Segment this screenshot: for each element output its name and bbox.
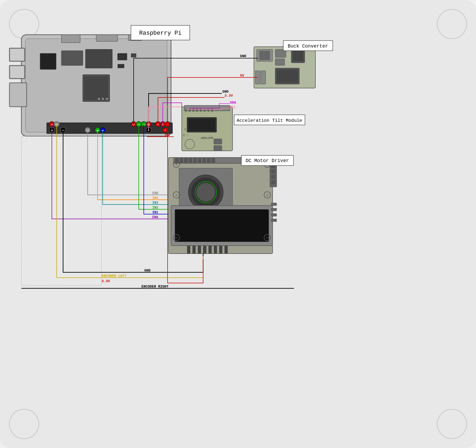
svg-rect-85 <box>188 119 215 131</box>
svg-text:GND: GND <box>240 54 246 58</box>
svg-rect-140 <box>271 219 277 222</box>
svg-rect-71 <box>261 71 266 84</box>
svg-text:⊕: ⊕ <box>266 236 268 239</box>
svg-rect-139 <box>271 214 277 216</box>
svg-text:INT: INT <box>200 108 202 112</box>
svg-rect-10 <box>10 66 24 78</box>
svg-text:IN2: IN2 <box>152 206 158 210</box>
svg-text:SDA: SDA <box>188 108 191 112</box>
svg-text:IN3: IN3 <box>152 201 158 205</box>
svg-rect-125 <box>187 246 190 254</box>
svg-rect-13 <box>61 35 80 43</box>
svg-point-108 <box>196 183 215 202</box>
svg-rect-129 <box>208 246 212 254</box>
svg-rect-100 <box>193 158 197 163</box>
svg-rect-20 <box>84 76 108 100</box>
svg-rect-16 <box>40 53 56 69</box>
svg-text:IN4: IN4 <box>152 196 158 200</box>
svg-text:SDA: SDA <box>230 101 236 105</box>
svg-text:VCC: VCC <box>207 108 210 112</box>
svg-rect-131 <box>219 246 222 254</box>
svg-rect-124 <box>175 210 269 242</box>
svg-rect-27 <box>47 123 172 133</box>
svg-text:ENCODER LEFT: ENCODER LEFT <box>102 274 127 278</box>
svg-text:Z ↑: Z ↑ <box>183 134 188 137</box>
svg-text:CS: CS <box>203 109 206 112</box>
svg-text:X ←: X ← <box>184 128 190 131</box>
svg-rect-104 <box>211 158 215 163</box>
svg-rect-128 <box>203 246 206 254</box>
svg-rect-14 <box>96 35 118 41</box>
svg-text:IN1: IN1 <box>152 211 158 214</box>
svg-rect-65 <box>275 59 285 65</box>
svg-rect-23 <box>118 64 124 68</box>
svg-rect-122 <box>271 180 275 184</box>
svg-rect-127 <box>198 246 201 254</box>
svg-rect-138 <box>271 208 277 211</box>
svg-rect-98 <box>184 158 188 163</box>
svg-text:⊕: ⊕ <box>176 194 177 197</box>
main-container: 1 3 5 11 13 15 17 4 6 16 18 22 <box>0 0 476 448</box>
svg-text:ENB: ENB <box>152 191 158 195</box>
svg-rect-99 <box>189 158 192 163</box>
svg-rect-18 <box>86 49 112 68</box>
svg-text:3.3V: 3.3V <box>225 94 233 98</box>
svg-text:GND: GND <box>222 90 229 94</box>
svg-text:3.3V: 3.3V <box>102 279 110 283</box>
svg-text:GND: GND <box>144 269 151 273</box>
svg-text:⊕: ⊕ <box>176 163 177 166</box>
svg-rect-121 <box>271 175 275 179</box>
svg-rect-137 <box>271 203 277 206</box>
svg-rect-126 <box>192 246 196 254</box>
svg-rect-69 <box>277 69 298 83</box>
svg-text:SCL: SCL <box>185 108 187 112</box>
svg-text:ADXL345: ADXL345 <box>201 136 213 140</box>
svg-text:ENCODER RIGHT: ENCODER RIGHT <box>141 285 169 289</box>
svg-rect-21 <box>118 53 127 60</box>
svg-text:Buck Converter: Buck Converter <box>288 44 328 49</box>
svg-text:DC Motor Driver: DC Motor Driver <box>246 158 289 163</box>
svg-text:⊕: ⊕ <box>266 194 268 197</box>
svg-rect-17 <box>61 51 83 65</box>
svg-rect-91 <box>214 146 222 151</box>
svg-rect-97 <box>180 158 183 163</box>
svg-rect-22 <box>131 53 136 57</box>
svg-text:⊕: ⊕ <box>176 236 177 239</box>
svg-rect-120 <box>271 170 275 174</box>
svg-point-26 <box>106 98 108 100</box>
svg-rect-67 <box>293 51 303 61</box>
svg-text:INT: INT <box>196 108 198 112</box>
circuit-diagram: 1 3 5 11 13 15 17 4 6 16 18 22 <box>0 0 476 448</box>
svg-text:GND: GND <box>211 108 213 112</box>
raspberry-pi-label: Raspberry Pi <box>139 30 181 37</box>
svg-rect-96 <box>175 158 179 163</box>
svg-rect-90 <box>214 139 222 144</box>
svg-text:Acceleration Tilt Module: Acceleration Tilt Module <box>237 118 302 123</box>
svg-text:ENA: ENA <box>152 215 158 219</box>
svg-rect-63 <box>259 51 270 60</box>
svg-rect-101 <box>198 158 202 163</box>
svg-text:SCL: SCL <box>230 105 236 109</box>
svg-rect-12 <box>10 84 26 106</box>
svg-rect-130 <box>214 246 217 254</box>
svg-point-24 <box>98 98 100 100</box>
svg-text:5V: 5V <box>240 74 244 78</box>
svg-rect-132 <box>225 246 228 254</box>
svg-rect-103 <box>207 158 211 163</box>
svg-text:SDO: SDO <box>192 108 195 112</box>
svg-point-25 <box>102 98 104 100</box>
svg-rect-102 <box>202 158 206 163</box>
svg-rect-8 <box>10 49 24 61</box>
